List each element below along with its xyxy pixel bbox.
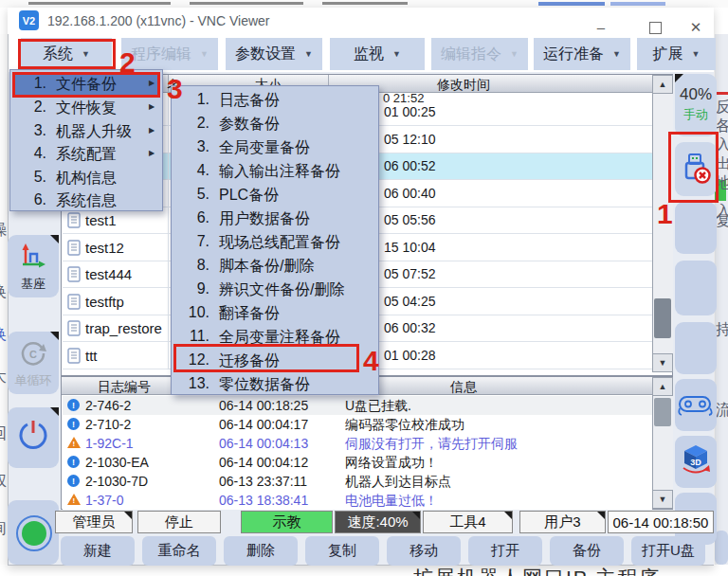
open-button[interactable]: 打开 bbox=[468, 536, 542, 566]
file-name: testftp bbox=[85, 294, 124, 310]
chevron-down-icon: ▼ bbox=[510, 49, 519, 59]
backup-submenu-item-1[interactable]: 1.日志备份 bbox=[173, 88, 376, 112]
menu-item-monitor[interactable]: 监视▼ bbox=[330, 38, 425, 70]
menu-item-label: 日志备份 bbox=[219, 91, 280, 111]
file-scrollbar-thumb[interactable] bbox=[654, 298, 671, 338]
menu-item-number: 6. bbox=[24, 191, 46, 208]
log-header-info[interactable]: 信息 bbox=[450, 379, 477, 396]
log-row[interactable]: !2-1030-EA06-14 00:04:12网络设置成功！ bbox=[63, 453, 652, 472]
menu-item-run-prep[interactable]: 运行准备▼ bbox=[534, 38, 630, 70]
log-scrollbar-thumb[interactable] bbox=[654, 398, 671, 426]
maximize-icon[interactable] bbox=[649, 22, 662, 34]
status-user-frame[interactable]: 用户3 bbox=[519, 511, 606, 533]
menu-item-label: 辨识文件备份/删除 bbox=[219, 280, 344, 300]
background-fragment: 大 bbox=[0, 369, 7, 385]
log-message: 网络设置成功！ bbox=[345, 455, 438, 472]
scroll-down-icon[interactable]: ▼ bbox=[652, 490, 673, 509]
log-row[interactable]: !1-37-006-13 18:38:41电池电量过低！ bbox=[63, 491, 652, 510]
jog-control-button[interactable] bbox=[675, 379, 717, 431]
log-time: 06-13 18:38:41 bbox=[219, 493, 308, 508]
backup-submenu-item-3[interactable]: 3.全局变量备份 bbox=[173, 135, 376, 159]
background-fragment bbox=[322, 2, 408, 5]
base-frame-button[interactable]: 基座 bbox=[8, 235, 59, 297]
menu-item-label: 现场总线配置备份 bbox=[219, 233, 340, 253]
file-icon bbox=[67, 294, 81, 314]
rename-button[interactable]: 重命名 bbox=[142, 536, 216, 566]
backup-submenu-item-10[interactable]: 10.翻译备份 bbox=[173, 301, 376, 325]
status-tool[interactable]: 工具4 bbox=[423, 511, 513, 533]
backup-button[interactable]: 备份 bbox=[550, 536, 624, 566]
status-teach-mode[interactable]: 示教 bbox=[241, 511, 333, 533]
background-bottom-text: 扩展机器人网口IP 主程序 bbox=[413, 565, 728, 576]
menu-item-label: 用户数据备份 bbox=[219, 209, 310, 229]
power-button[interactable] bbox=[8, 407, 59, 468]
info-icon: ! bbox=[67, 456, 80, 468]
system-menu-item-6[interactable]: 6.系统信息 bbox=[12, 189, 160, 212]
single-cycle-button[interactable]: C 单循环 bbox=[8, 332, 59, 394]
log-message: 电池电量过低！ bbox=[345, 493, 438, 510]
open-usb-button[interactable]: 打开U盘 bbox=[631, 536, 705, 566]
menu-item-edit-command[interactable]: 编辑指令▼ bbox=[431, 38, 528, 70]
annotation-box-usb bbox=[668, 132, 719, 203]
svg-text:3D: 3D bbox=[690, 458, 701, 467]
info-icon: ! bbox=[67, 475, 80, 487]
log-row[interactable]: !2-746-206-14 00:18:25U盘已挂载. bbox=[63, 396, 652, 415]
delete-button[interactable]: 删除 bbox=[224, 536, 298, 566]
menu-item-param-settings[interactable]: 参数设置▼ bbox=[226, 38, 322, 70]
file-modified-time: 05 05:56 bbox=[384, 212, 436, 227]
view-3d-button[interactable]: 3D bbox=[675, 436, 717, 488]
background-top-strip bbox=[0, 0, 728, 8]
file-name: test12 bbox=[85, 240, 124, 256]
menu-item-extend[interactable]: 扩展▼ bbox=[637, 38, 716, 70]
submenu-arrow-icon: ▶ bbox=[149, 102, 155, 111]
new-button[interactable]: 新建 bbox=[61, 536, 135, 566]
backup-submenu-item-9[interactable]: 9.辨识文件备份/删除 bbox=[173, 278, 376, 301]
log-row[interactable]: !2-710-206-14 00:04:17编码器零位校准成功 bbox=[63, 415, 652, 434]
status-clock[interactable]: 06-14 00:18:50 bbox=[608, 511, 714, 533]
panel-button-blank[interactable] bbox=[675, 322, 717, 374]
menu-item-program-edit[interactable]: 程序编辑▼ bbox=[121, 38, 218, 70]
background-fragment: 持 bbox=[716, 322, 728, 337]
system-menu-item-2[interactable]: 2.文件恢复▶ bbox=[12, 97, 160, 119]
menu-item-label: 文件恢复 bbox=[56, 99, 117, 118]
panel-button-blank[interactable] bbox=[675, 261, 717, 315]
backup-submenu-item-8[interactable]: 8.脚本备份/删除 bbox=[173, 254, 376, 278]
scroll-up-icon[interactable]: ▲ bbox=[652, 377, 673, 396]
annotation-number-1: 1 bbox=[657, 200, 673, 228]
backup-submenu-item-7[interactable]: 7.现场总线配置备份 bbox=[173, 230, 376, 254]
system-menu-item-5[interactable]: 5.机构信息 bbox=[12, 167, 160, 189]
scroll-down-icon[interactable]: ▼ bbox=[652, 353, 673, 372]
copy-button[interactable]: 复制 bbox=[305, 536, 379, 566]
menu-item-number: 3. bbox=[24, 122, 46, 139]
log-row[interactable]: !2-1030-7D06-13 23:37:11机器人到达目标点 bbox=[63, 472, 652, 491]
status-run-state[interactable]: 停止 bbox=[137, 511, 221, 533]
log-id: 1-92C-1 bbox=[85, 436, 134, 451]
log-row[interactable]: !1-92C-106-14 00:04:13伺服没有打开，请先打开伺服 bbox=[63, 434, 652, 453]
log-header-id[interactable]: 日志编号 bbox=[98, 379, 151, 396]
backup-submenu-item-13[interactable]: 13.零位数据备份 bbox=[173, 372, 376, 396]
menu-item-number: 9. bbox=[181, 280, 209, 297]
menu-item-label: 系统信息 bbox=[56, 191, 117, 211]
panel-button-blank[interactable] bbox=[675, 202, 717, 254]
annotation-number-4: 4 bbox=[363, 347, 379, 375]
menu-item-label: 全局变量备份 bbox=[219, 138, 310, 158]
power-icon bbox=[17, 421, 49, 455]
column-header-modified[interactable]: 修改时间 bbox=[437, 77, 490, 94]
background-fragment: 流 bbox=[716, 403, 728, 418]
record-run-button[interactable] bbox=[8, 500, 59, 565]
system-menu-item-4[interactable]: 4.系统配置▶ bbox=[12, 143, 160, 166]
backup-submenu-item-4[interactable]: 4.输入输出注释备份 bbox=[173, 159, 376, 183]
move-button[interactable]: 移动 bbox=[387, 536, 461, 566]
minimize-icon[interactable]: – bbox=[592, 19, 610, 35]
menu-item-number: 3. bbox=[181, 138, 209, 155]
menu-item-label: 扩展 bbox=[653, 45, 683, 64]
backup-submenu-item-6[interactable]: 6.用户数据备份 bbox=[173, 207, 376, 230]
system-menu-item-3[interactable]: 3.机器人升级▶ bbox=[12, 120, 160, 143]
status-user-level[interactable]: 管理员 bbox=[55, 511, 133, 533]
scroll-up-icon[interactable]: ▲ bbox=[652, 75, 673, 94]
backup-submenu-item-2[interactable]: 2.参数备份 bbox=[173, 112, 376, 135]
backup-submenu-item-5[interactable]: 5.PLC备份 bbox=[173, 183, 376, 207]
menu-item-label: 翻译备份 bbox=[219, 304, 280, 324]
status-speed[interactable]: 速度:40% bbox=[335, 511, 421, 533]
log-id: 2-1030-EA bbox=[85, 455, 149, 470]
